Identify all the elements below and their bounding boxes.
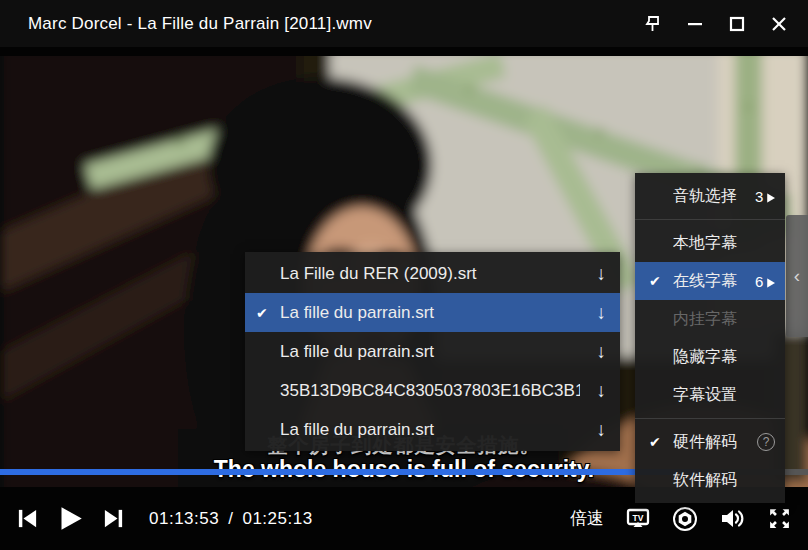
subtitle-file-item[interactable]: 35B13D9BC84C8305037803E16BC3B1D3... ↓ (245, 371, 620, 410)
menu-item-label: 字幕设置 (673, 385, 775, 406)
subtitle-file-item-selected[interactable]: ✔ La fille du parrain.srt ↓ (245, 293, 620, 332)
next-icon (102, 507, 125, 530)
download-icon[interactable]: ↓ (580, 419, 606, 441)
menu-item-label: 音轨选择 (673, 186, 755, 207)
check-icon: ✔ (649, 434, 673, 450)
menu-item-online-subtitles[interactable]: ✔ 在线字幕 6 ▶ (635, 262, 785, 300)
play-button[interactable] (57, 505, 84, 532)
subtitle-file-item[interactable]: La fille du parrain.srt ↓ (245, 332, 620, 371)
chevron-left-icon: ‹ (794, 265, 800, 287)
help-icon[interactable]: ? (757, 433, 775, 451)
context-menu: 音轨选择 3 ▶ 本地字幕 ✔ 在线字幕 6 ▶ 内挂字幕 隐藏字幕 字幕设置 (635, 173, 785, 503)
subtitle-file-item[interactable]: La fille du parrain.srt ↓ (245, 410, 620, 449)
subtitle-file-name: La fille du parrain.srt (280, 342, 580, 362)
previous-icon (16, 507, 39, 530)
menu-item-hardware-decoding[interactable]: ✔ 硬件解码 ? (635, 423, 785, 461)
online-subtitles-submenu: La Fille du RER (2009).srt ↓ ✔ La fille … (245, 252, 620, 451)
menu-item-embedded-subtitles: 内挂字幕 (635, 300, 785, 338)
next-button[interactable] (102, 507, 125, 530)
menu-item-count: 6 (755, 273, 763, 290)
menu-item-label: 在线字幕 (673, 271, 755, 292)
close-button[interactable] (766, 11, 792, 37)
maximize-icon (729, 16, 745, 32)
playlist-panel-handle[interactable]: ‹ (786, 215, 808, 337)
time-separator: / (228, 509, 233, 529)
play-icon (57, 505, 84, 532)
playback-speed-button[interactable]: 倍速 (570, 507, 604, 530)
total-time: 01:25:13 (242, 509, 312, 529)
player-window: Marc Dorcel - La Fille du Parrain [2011]… (0, 0, 808, 550)
menu-divider (635, 219, 785, 220)
menu-item-count: 3 (755, 188, 763, 205)
previous-button[interactable] (16, 507, 39, 530)
cast-to-tv-button[interactable]: TV (625, 506, 651, 532)
seek-bar-played (0, 469, 701, 475)
menu-item-hide-subtitles[interactable]: 隐藏字幕 (635, 338, 785, 376)
tv-cast-icon: TV (625, 506, 651, 532)
close-icon (771, 16, 787, 32)
right-controls: 倍速 TV (570, 505, 808, 532)
volume-icon (719, 505, 746, 532)
download-icon[interactable]: ↓ (580, 263, 606, 285)
submenu-arrow-icon: ▶ (767, 190, 775, 203)
check-icon: ✔ (649, 273, 673, 289)
current-time: 01:13:53 (149, 509, 219, 529)
subtitle-file-name: La fille du parrain.srt (280, 420, 580, 440)
fullscreen-button[interactable] (767, 506, 792, 531)
window-buttons (640, 11, 808, 37)
download-icon[interactable]: ↓ (580, 341, 606, 363)
menu-item-local-subtitles[interactable]: 本地字幕 (635, 224, 785, 262)
minimize-icon (687, 16, 703, 32)
time-display: 01:13:53 / 01:25:13 (149, 509, 313, 529)
transport-controls: 01:13:53 / 01:25:13 (0, 505, 313, 532)
volume-button[interactable] (719, 505, 746, 532)
pin-button[interactable] (640, 11, 666, 37)
nut-settings-icon (672, 506, 698, 532)
subtitle-file-name: La Fille du RER (2009).srt (280, 264, 580, 284)
menu-item-label: 隐藏字幕 (673, 347, 775, 368)
svg-text:TV: TV (633, 512, 644, 522)
titlebar: Marc Dorcel - La Fille du Parrain [2011]… (0, 0, 808, 47)
download-icon[interactable]: ↓ (580, 380, 606, 402)
pin-icon (643, 14, 663, 34)
check-icon: ✔ (256, 305, 280, 321)
download-icon[interactable]: ↓ (580, 302, 606, 324)
subtitle-file-name: 35B13D9BC84C8305037803E16BC3B1D3... (280, 381, 580, 401)
subtitle-file-name: La fille du parrain.srt (280, 303, 580, 323)
menu-item-audio-track[interactable]: 音轨选择 3 ▶ (635, 177, 785, 215)
subtitle-file-item[interactable]: La Fille du RER (2009).srt ↓ (245, 254, 620, 293)
menu-item-subtitle-settings[interactable]: 字幕设置 (635, 376, 785, 414)
menu-item-label: 本地字幕 (673, 233, 775, 254)
menu-item-label: 内挂字幕 (673, 309, 775, 330)
maximize-button[interactable] (724, 11, 750, 37)
minimize-button[interactable] (682, 11, 708, 37)
settings-button[interactable] (672, 506, 698, 532)
menu-divider (635, 418, 785, 419)
fullscreen-icon (767, 506, 792, 531)
menu-item-label: 软件解码 (673, 470, 775, 491)
submenu-arrow-icon: ▶ (767, 275, 775, 288)
window-title: Marc Dorcel - La Fille du Parrain [2011]… (0, 14, 372, 34)
menu-item-label: 硬件解码 (673, 432, 749, 453)
menu-item-software-decoding[interactable]: 软件解码 (635, 461, 785, 499)
